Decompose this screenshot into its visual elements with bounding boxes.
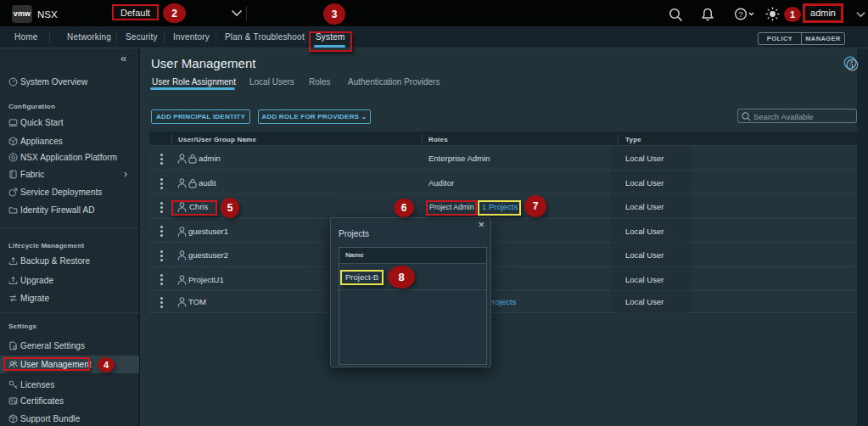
svg-text:?: ? (738, 9, 742, 19)
